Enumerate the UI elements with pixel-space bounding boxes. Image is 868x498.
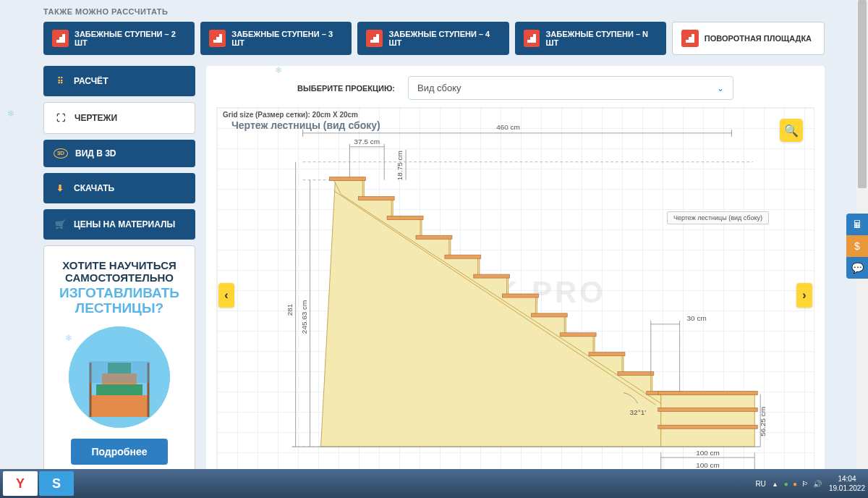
taskbar-time: 14:04 [829, 474, 865, 484]
promo-button[interactable]: Подробнее [71, 439, 167, 465]
sidebar-label: ВИД В 3D [75, 148, 116, 159]
stairs-icon [366, 30, 383, 47]
svg-rect-43 [658, 425, 757, 429]
svg-rect-31 [474, 274, 510, 278]
top-btn-label: ЗАБЕЖНЫЕ СТУПЕНИ – 3 ШТ [231, 30, 343, 47]
chat-icon: 💬 [851, 262, 864, 274]
svg-rect-41 [658, 408, 757, 411]
stairs-icon [681, 30, 699, 47]
taskbar-app-yandex[interactable]: Y [3, 471, 38, 496]
top-btn-label: ПОВОРОТНАЯ ПЛОЩАДКА [705, 34, 812, 43]
sidebar-download[interactable]: ⬇ СКАЧАТЬ [43, 173, 195, 203]
widget-calc[interactable]: 🖩 [846, 214, 868, 235]
drawing-canvas[interactable]: Grid size (Размер сетки): 20cm X 20cm Че… [216, 107, 814, 469]
svg-rect-36 [618, 372, 654, 376]
svg-rect-29 [416, 235, 452, 239]
stairs-icon [52, 30, 69, 47]
3d-icon: 3D [54, 148, 68, 159]
top-btn-label: ЗАБЕЖНЫЕ СТУПЕНИ – 4 ШТ [388, 30, 500, 47]
projection-label: ВЫБЕРИТЕ ПРОЕКЦИЮ: [297, 84, 395, 93]
sidebar-prices[interactable]: 🛒 ЦЕНЫ НА МАТЕРИАЛЫ [43, 209, 195, 240]
side-widgets: 🖩 $ 💬 [846, 214, 868, 279]
section-title: ТАКЖЕ МОЖНО РАССЧИТАТЬ [43, 7, 825, 16]
svg-rect-34 [560, 333, 596, 337]
taskbar: Y S RU ▴ ● ● 🏳 🔊 14:04 19.01.2022 [0, 469, 868, 498]
sidebar-label: ЧЕРТЕЖИ [75, 113, 117, 123]
stairs-icon [209, 30, 226, 47]
widget-chat[interactable]: 💬 [846, 257, 868, 279]
svg-rect-35 [589, 353, 625, 356]
sidebar-drawings[interactable]: ⛶ ЧЕРТЕЖИ [43, 102, 195, 134]
taskbar-app-skype[interactable]: S [39, 471, 74, 496]
svg-rect-26 [329, 177, 365, 181]
svg-rect-2 [96, 384, 142, 395]
svg-text:245.63 cm: 245.63 cm [300, 300, 308, 334]
tray-icon[interactable]: ● [784, 480, 788, 488]
svg-text:30 cm: 30 cm [687, 314, 707, 322]
top-btn-label: ЗАБЕЖНЫЕ СТУПЕНИ – 2 ШТ [75, 30, 186, 47]
tray-icon[interactable]: ● [793, 480, 797, 488]
projection-value: Вид сбоку [417, 83, 461, 93]
promo-line2: САМОСТОЯТЕЛЬНО [53, 271, 186, 284]
taskbar-lang[interactable]: RU [755, 480, 765, 488]
svg-text:100 cm: 100 cm [696, 449, 720, 457]
sidebar-label: СКАЧАТЬ [74, 183, 114, 193]
promo-image [69, 326, 170, 428]
promo-box: ХОТИТЕ НАУЧИТЬСЯ САМОСТОЯТЕЛЬНО ИЗГОТАВЛ… [43, 245, 195, 469]
svg-rect-7 [89, 361, 150, 383]
top-btn-steps-3[interactable]: ЗАБЕЖНЫЕ СТУПЕНИ – 3 ШТ [200, 22, 352, 55]
svg-text:460 cm: 460 cm [496, 123, 520, 131]
sidebar-3d[interactable]: 3D ВИД В 3D [43, 140, 195, 167]
svg-text:100 cm: 100 cm [696, 461, 720, 469]
widget-price[interactable]: $ [846, 235, 868, 257]
sidebar-calc[interactable]: ⠿ РАСЧЁТ [43, 66, 195, 96]
svg-text:281: 281 [286, 303, 294, 316]
top-btn-steps-n[interactable]: ЗАБЕЖНЫЕ СТУПЕНИ – N ШТ [515, 22, 666, 55]
svg-rect-30 [445, 255, 481, 258]
stairs-icon [524, 30, 540, 47]
grid-icon: ⠿ [54, 75, 67, 88]
sidebar-label: РАСЧЁТ [74, 76, 108, 86]
svg-rect-27 [358, 197, 394, 201]
taskbar-clock[interactable]: 14:04 19.01.2022 [829, 474, 865, 493]
tray-icons[interactable]: ● ● 🏳 🔊 [784, 480, 822, 488]
promo-line1: ХОТИТЕ НАУЧИТЬСЯ [53, 259, 186, 271]
taskbar-date: 19.01.2022 [829, 484, 865, 493]
top-btn-steps-2[interactable]: ЗАБЕЖНЫЕ СТУПЕНИ – 2 ШТ [43, 22, 195, 55]
svg-rect-28 [387, 216, 423, 219]
svg-rect-32 [503, 294, 539, 297]
crop-icon: ⛶ [54, 111, 67, 124]
tray-flag-icon[interactable]: 🏳 [801, 480, 809, 488]
svg-text:32°1': 32°1' [630, 408, 647, 416]
top-btn-label: ЗАБЕЖНЫЕ СТУПЕНИ – N ШТ [545, 30, 657, 47]
download-icon: ⬇ [54, 182, 67, 195]
svg-rect-38 [661, 394, 755, 447]
svg-rect-33 [531, 313, 567, 317]
skype-icon: S [52, 476, 61, 491]
cart-icon: 🛒 [54, 218, 67, 231]
promo-line3: ИЗГОТАВЛИВАТЬ [53, 286, 186, 300]
chevron-down-icon: ⌄ [717, 83, 724, 93]
tray-arrow-icon[interactable]: ▴ [773, 480, 777, 488]
top-btn-platform[interactable]: ПОВОРОТНАЯ ПЛОЩАДКА [672, 22, 825, 55]
top-btn-steps-4[interactable]: ЗАБЕЖНЫЕ СТУПЕНИ – 4 ШТ [357, 22, 509, 55]
yandex-icon: Y [16, 476, 25, 491]
tray-volume-icon[interactable]: 🔊 [813, 480, 822, 488]
svg-text:18.75 cm: 18.75 cm [396, 151, 404, 180]
svg-rect-39 [658, 391, 757, 394]
svg-text:37.5 cm: 37.5 cm [354, 138, 380, 145]
svg-text:56.25 cm: 56.25 cm [759, 407, 767, 436]
calculator-icon: 🖩 [852, 219, 862, 230]
sidebar-label: ЦЕНЫ НА МАТЕРИАЛЫ [74, 219, 175, 229]
projection-select[interactable]: Вид сбоку ⌄ [408, 76, 733, 100]
svg-rect-1 [90, 395, 148, 417]
promo-line4: ЛЕСТНИЦЫ? [53, 301, 186, 316]
dollar-icon: $ [854, 240, 860, 252]
drawing-svg: 460 cm 37.5 cm 18.75 cm [217, 108, 814, 469]
